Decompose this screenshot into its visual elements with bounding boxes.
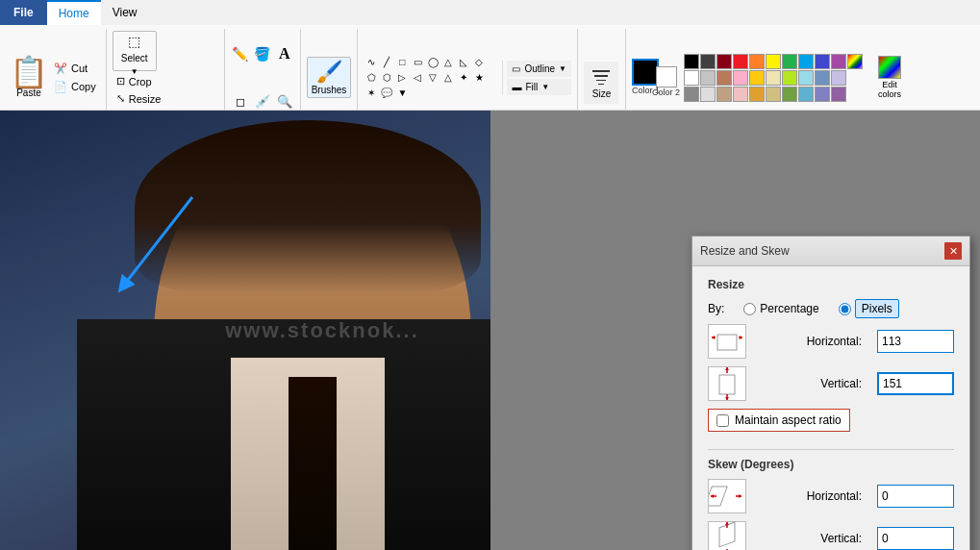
shape-triangle[interactable]: △ [440,55,456,70]
shape-line[interactable]: ╱ [379,55,394,70]
brush-icon: 🖌️ [316,60,342,85]
size-line-2 [594,75,608,77]
swatch-light-yellow[interactable] [766,70,781,86]
swatch-slate[interactable] [815,87,830,102]
percentage-radio[interactable] [743,303,756,315]
swatch-white[interactable] [684,70,699,86]
shape-star5[interactable]: ★ [471,70,487,86]
shape-diamond[interactable]: ◇ [471,55,487,70]
paste-button[interactable]: 📋 Paste [10,54,48,101]
select-button[interactable]: ⬚ Select ▼ [113,31,157,71]
cut-button[interactable]: ✂️ Cut [50,61,100,77]
skew-horizontal-icon [708,479,746,513]
dialog-close-button[interactable]: ✕ [944,242,962,260]
swatch-light-gray[interactable] [700,70,716,86]
fill-dropdown-icon: ▬ [512,82,521,92]
vertical-input[interactable] [877,372,954,395]
swatch-black[interactable] [684,54,699,69]
swatch-rainbow[interactable] [847,54,863,69]
horizontal-input[interactable] [877,330,954,353]
swatch-lavender[interactable] [831,70,846,86]
swatches [684,54,863,102]
color2-swatch[interactable] [656,66,677,88]
skew-horizontal-label: Horizontal: [754,489,869,503]
pixels-radio[interactable] [839,303,851,315]
svg-marker-11 [725,397,729,400]
swatch-cornflower[interactable] [798,87,814,102]
swatch-purple[interactable] [831,54,846,69]
swatch-dark-red[interactable] [716,54,732,69]
swatch-blue[interactable] [815,54,830,69]
swatch-tan[interactable] [716,87,732,102]
text-icon[interactable]: A [275,44,294,63]
color-picker-icon[interactable]: 💉 [253,92,272,112]
edit-colors-button[interactable]: Edit colors [867,52,913,104]
outline-button[interactable]: ▭ Outline ▼ [507,61,571,77]
shape-right-triangle[interactable]: ◺ [456,55,471,70]
eraser-icon[interactable]: ◻ [231,92,250,112]
dialog-overlay: Resize and Skew ✕ Resize By: Percentage [691,236,970,550]
swatch-yellow[interactable] [766,54,781,69]
crop-button[interactable]: ⊡ Crop [113,73,175,89]
resize-icon: ⤡ [116,92,125,105]
tab-view[interactable]: View [101,0,149,25]
shape-star6[interactable]: ✶ [364,86,379,101]
shape-arrow-r[interactable]: ▷ [394,70,410,86]
cut-icon: ✂️ [54,62,67,75]
swatch-dark-gray[interactable] [700,54,716,69]
skew-horizontal-row: Horizontal: [708,479,954,513]
swatch-light-pink[interactable] [733,87,748,102]
magnify-icon[interactable]: 🔍 [275,92,294,112]
swatch-peach[interactable] [749,70,765,86]
swatch-gray1[interactable] [684,87,699,102]
swatch-sky-blue[interactable] [798,70,814,86]
shape-callout[interactable]: 💬 [379,86,394,101]
shape-arrow-d[interactable]: △ [440,70,456,86]
skew-vertical-input[interactable] [877,527,954,550]
swatch-khaki[interactable] [766,87,781,102]
shape-star4[interactable]: ✦ [456,70,471,86]
swatch-light-green[interactable] [782,70,797,86]
shape-arrow-l[interactable]: ◁ [410,70,425,86]
watermark: www.stocknok... [225,318,419,343]
pencil-icon[interactable]: ✏️ [231,44,250,63]
swatch-pink[interactable] [733,70,748,86]
tab-home[interactable]: Home [47,0,101,25]
fill-button[interactable]: ▬ Fill ▼ [507,79,571,95]
shape-rect[interactable]: □ [394,55,410,70]
swatch-gold[interactable] [749,87,765,102]
shape-more[interactable]: ▼ [394,86,410,101]
shape-curve[interactable]: ∿ [364,55,379,70]
fill-chevron: ▼ [541,83,549,91]
pixels-radio-label[interactable]: Pixels [839,299,899,318]
shape-pentagon[interactable]: ⬠ [364,70,379,86]
shape-hexagon[interactable]: ⬡ [379,70,394,86]
hair-shape [135,120,481,293]
brushes-button[interactable]: 🖌️ Brushes [307,57,352,98]
swatch-brown[interactable] [716,70,732,86]
dialog-titlebar: Resize and Skew ✕ [692,237,969,266]
resize-button[interactable]: ⤡ Resize [113,90,175,107]
paste-icon: 📋 [10,57,48,88]
swatch-plum[interactable] [831,87,846,102]
swatch-teal[interactable] [798,54,814,69]
shape-arrow-u[interactable]: ▽ [425,70,440,86]
shape-ellipse[interactable]: ◯ [425,55,440,70]
main-area: www.stocknok... Resize and Skew ✕ [0,111,980,550]
copy-button[interactable]: 📄 Copy [50,79,100,95]
fill-icon[interactable]: 🪣 [253,44,272,63]
percentage-label: Percentage [760,302,818,315]
swatch-olive[interactable] [782,87,797,102]
shape-rounded-rect[interactable]: ▭ [410,55,425,70]
skew-horizontal-input[interactable] [877,485,954,508]
swatch-green[interactable] [782,54,797,69]
swatch-red[interactable] [733,54,748,69]
maintain-aspect-checkbox[interactable] [716,414,729,427]
size-button[interactable]: Size [584,62,618,104]
swatch-orange[interactable] [749,54,765,69]
swatch-periwinkle[interactable] [815,70,830,86]
tab-file[interactable]: File [0,0,47,25]
maintain-aspect-label[interactable]: Maintain aspect ratio [735,413,842,427]
swatch-gray2[interactable] [700,87,716,102]
percentage-radio-label[interactable]: Percentage [743,302,818,315]
